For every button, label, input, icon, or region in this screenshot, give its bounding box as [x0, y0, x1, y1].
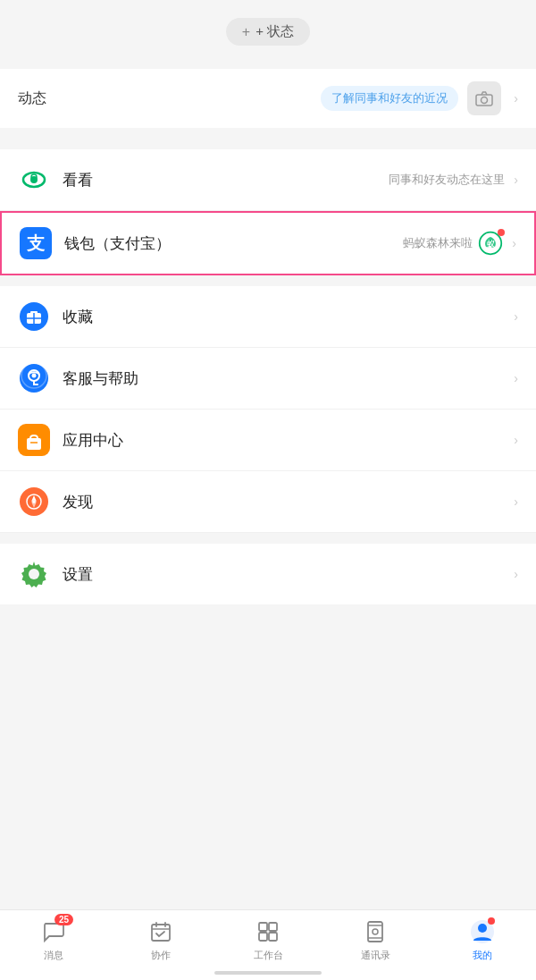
svg-rect-35: [269, 923, 277, 931]
tab-cooperation-label: 协作: [151, 949, 171, 962]
tab-workbench-label: 工作台: [254, 949, 283, 962]
plus-icon: +: [242, 24, 250, 40]
menu-item-favorites[interactable]: 收藏 ›: [0, 286, 536, 348]
tab-contacts-label: 通讯录: [361, 949, 390, 962]
discover-chevron: ›: [514, 494, 518, 509]
forest-notification: 蚁: [478, 231, 503, 256]
svg-rect-36: [259, 933, 267, 941]
main-content: 动态 了解同事和好友的近况 ›: [0, 69, 536, 676]
service-label: 客服与帮助: [63, 368, 510, 389]
section-divider-3: [0, 533, 536, 544]
wallet-label: 钱包（支付宝）: [64, 233, 403, 254]
menu-item-service[interactable]: 客服与帮助 ›: [0, 348, 536, 410]
tab-messages-icon: 25: [39, 917, 68, 946]
menu-item-wallet[interactable]: 支 钱包（支付宝） 蚂蚁森林来啦 蚁: [0, 211, 536, 275]
menu-item-settings[interactable]: 设置 ›: [0, 544, 536, 604]
svg-point-1: [482, 97, 488, 104]
dynamics-chevron: ›: [514, 91, 518, 106]
tab-item-mine[interactable]: 我的: [456, 917, 509, 962]
svg-rect-21: [27, 438, 41, 450]
dynamics-right: 了解同事和好友的近况 ›: [321, 81, 518, 115]
messages-badge: 25: [54, 914, 73, 925]
discover-icon: [18, 486, 50, 518]
kankan-hint: 同事和好友动态在这里: [389, 172, 505, 188]
add-status-button[interactable]: + + 状态: [226, 18, 310, 46]
top-section: + + 状态: [0, 0, 536, 55]
kankan-label: 看看: [63, 170, 389, 190]
svg-text:支: 支: [26, 233, 46, 253]
svg-rect-34: [259, 923, 267, 931]
favorites-right: ›: [510, 309, 518, 324]
svg-rect-30: [152, 925, 170, 941]
svg-rect-37: [269, 933, 277, 941]
tab-messages-label: 消息: [44, 949, 63, 962]
tab-bar: 25 消息 协作 工作台: [0, 909, 536, 980]
tab-workbench-icon: [254, 917, 282, 946]
appcenter-icon: [18, 424, 50, 456]
svg-point-29: [29, 569, 39, 579]
tab-contacts-icon: [361, 917, 389, 946]
tab-cooperation-icon: [147, 917, 175, 946]
mine-red-dot: [488, 917, 495, 925]
menu-section: 看看 同事和好友动态在这里 › 支 钱包（支付宝） 蚂蚁森林来啦: [0, 149, 536, 604]
favorites-icon: [18, 300, 50, 333]
section-divider-1: [0, 128, 536, 139]
svg-point-18: [32, 374, 37, 378]
service-right: ›: [510, 371, 518, 385]
svg-text:蚁: 蚁: [487, 240, 496, 249]
service-icon: [18, 362, 50, 394]
wallet-hint: 蚂蚁森林来啦: [403, 235, 473, 251]
tab-mine-label: 我的: [473, 949, 492, 962]
add-status-label: + 状态: [255, 23, 294, 40]
dynamics-section[interactable]: 动态 了解同事和好友的近况 ›: [0, 69, 536, 128]
tab-mine-icon: [468, 917, 497, 946]
svg-point-43: [478, 924, 487, 933]
tab-item-workbench[interactable]: 工作台: [241, 917, 295, 962]
appcenter-label: 应用中心: [63, 430, 510, 451]
alipay-icon: 支: [20, 227, 52, 259]
tab-item-messages[interactable]: 25 消息: [27, 917, 80, 962]
appcenter-chevron: ›: [514, 433, 518, 447]
dynamics-label: 动态: [18, 89, 46, 108]
kankan-icon: [18, 164, 50, 196]
forest-red-dot: [498, 229, 505, 236]
camera-icon: [475, 90, 493, 106]
menu-item-kankan[interactable]: 看看 同事和好友动态在这里 ›: [0, 149, 536, 211]
kankan-chevron: ›: [514, 173, 518, 187]
svg-point-27: [32, 500, 36, 503]
tab-item-cooperation[interactable]: 协作: [134, 917, 188, 962]
menu-item-discover[interactable]: 发现 ›: [0, 471, 536, 533]
wallet-chevron: ›: [512, 236, 516, 250]
discover-right: ›: [510, 494, 518, 509]
menu-item-appcenter[interactable]: 应用中心 ›: [0, 410, 536, 471]
discover-label: 发现: [63, 492, 510, 512]
camera-button[interactable]: [467, 81, 501, 115]
favorites-chevron: ›: [514, 309, 518, 324]
settings-chevron: ›: [514, 567, 518, 581]
home-indicator: [214, 971, 322, 975]
settings-icon: [18, 558, 50, 590]
dynamics-hint: 了解同事和好友的近况: [321, 86, 458, 111]
service-chevron: ›: [514, 371, 518, 385]
wallet-right: 蚂蚁森林来啦 蚁 ›: [403, 231, 516, 256]
section-divider-2: [0, 275, 536, 286]
tab-item-contacts[interactable]: 通讯录: [348, 917, 402, 962]
settings-label: 设置: [63, 564, 510, 585]
settings-right: ›: [510, 567, 518, 581]
kankan-right: 同事和好友动态在这里 ›: [389, 172, 518, 188]
svg-point-41: [373, 929, 378, 934]
appcenter-right: ›: [510, 433, 518, 447]
favorites-label: 收藏: [63, 307, 510, 327]
